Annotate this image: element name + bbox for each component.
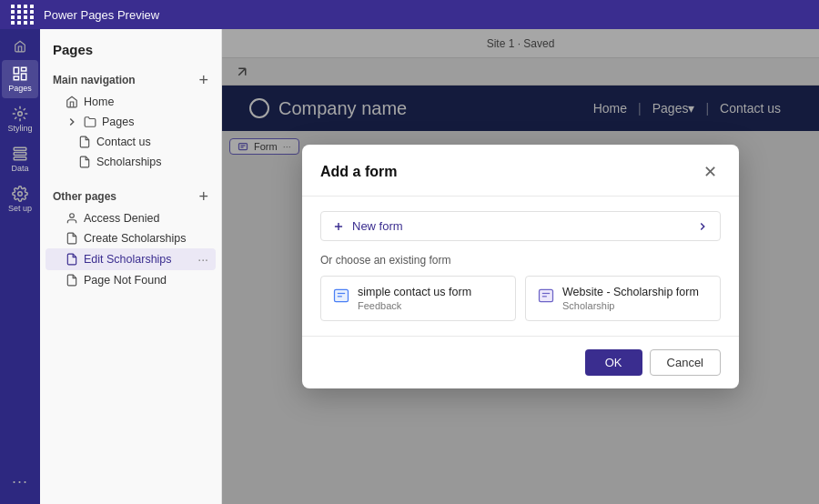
main-nav-section: Main navigation + bbox=[40, 65, 221, 92]
nav-page-not-found-label: Page Not Found bbox=[84, 274, 167, 287]
nav-item-more-icon[interactable]: ··· bbox=[197, 252, 208, 267]
nav-access-denied-label: Access Denied bbox=[84, 212, 159, 225]
sidebar-pages-label: Pages bbox=[8, 84, 32, 93]
modal-body: New form Or choose an existing form bbox=[302, 197, 739, 336]
home-nav-icon[interactable] bbox=[2, 35, 38, 58]
sidebar-setup-label: Set up bbox=[8, 204, 32, 213]
cancel-button[interactable]: Cancel bbox=[650, 349, 721, 376]
app-title: Power Pages Preview bbox=[44, 8, 159, 22]
svg-point-8 bbox=[18, 192, 23, 197]
form-card-icon-1 bbox=[537, 287, 555, 305]
nav-home-label: Home bbox=[84, 96, 114, 108]
main-nav-tree: Home Pages Contact us Scholarships bbox=[40, 92, 221, 172]
nav-contact-us[interactable]: Contact us bbox=[46, 132, 216, 152]
sidebar-styling-label: Styling bbox=[7, 124, 32, 133]
modal-close-button[interactable]: ✕ bbox=[699, 161, 721, 183]
main-nav-title: Main navigation bbox=[53, 74, 136, 86]
nav-create-scholarships[interactable]: Create Scholarships bbox=[46, 228, 216, 248]
other-nav-tree: Access Denied Create Scholarships Edit S… bbox=[40, 208, 221, 290]
nav-edit-scholarships[interactable]: Edit Scholarships ··· bbox=[46, 248, 216, 270]
nav-page-not-found[interactable]: Page Not Found bbox=[46, 270, 216, 290]
form-card-sub-0: Feedback bbox=[358, 300, 471, 311]
nav-create-scholarships-label: Create Scholarships bbox=[84, 232, 187, 245]
new-form-label: New form bbox=[352, 219, 403, 233]
form-card-icon-0 bbox=[332, 287, 350, 305]
form-card-sub-1: Scholarship bbox=[562, 300, 699, 311]
grid-icon[interactable] bbox=[11, 5, 35, 25]
modal-header: Add a form ✕ bbox=[302, 145, 739, 197]
svg-rect-15 bbox=[335, 289, 349, 301]
new-form-row-left: New form bbox=[332, 219, 403, 233]
other-nav-title: Other pages bbox=[53, 190, 116, 203]
svg-rect-0 bbox=[14, 67, 18, 74]
ok-button[interactable]: OK bbox=[585, 349, 642, 376]
sidebar-item-pages[interactable]: Pages bbox=[2, 60, 38, 98]
form-cards-grid: simple contact us form Feedback bbox=[320, 276, 721, 321]
new-form-chevron-icon bbox=[696, 220, 709, 233]
nav-contact-us-label: Contact us bbox=[96, 136, 151, 148]
sidebar-item-setup[interactable]: Set up bbox=[2, 180, 38, 218]
svg-rect-18 bbox=[540, 289, 553, 301]
nav-edit-scholarships-label: Edit Scholarships bbox=[84, 253, 172, 266]
svg-rect-2 bbox=[22, 74, 26, 80]
svg-point-4 bbox=[18, 112, 23, 116]
add-other-nav-btn[interactable]: + bbox=[198, 188, 208, 205]
modal-footer: OK Cancel bbox=[302, 336, 739, 388]
svg-rect-1 bbox=[22, 67, 26, 71]
form-card-name-1: Website - Scholarship form bbox=[562, 286, 699, 298]
pages-panel: Pages Main navigation + Home Pages Conta… bbox=[40, 29, 222, 504]
svg-rect-3 bbox=[14, 76, 18, 80]
add-form-modal: Add a form ✕ New form Or choose an exist… bbox=[302, 145, 739, 388]
nav-access-denied[interactable]: Access Denied bbox=[46, 208, 216, 228]
modal-overlay: Add a form ✕ New form Or choose an exist… bbox=[222, 29, 819, 504]
pages-panel-header: Pages bbox=[40, 29, 221, 65]
form-card-info-0: simple contact us form Feedback bbox=[358, 286, 471, 311]
nav-pages[interactable]: Pages bbox=[46, 112, 216, 132]
add-main-nav-btn[interactable]: + bbox=[198, 72, 208, 88]
nav-scholarships[interactable]: Scholarships bbox=[46, 152, 216, 172]
nav-pages-label: Pages bbox=[102, 116, 134, 128]
svg-rect-6 bbox=[14, 153, 26, 156]
nav-scholarships-label: Scholarships bbox=[96, 156, 162, 168]
icon-sidebar: Pages Styling Data Set up ··· bbox=[0, 29, 40, 504]
content-area: Site 1 · Saved Company name Home | Pages… bbox=[222, 29, 819, 504]
sidebar-item-more[interactable]: ··· bbox=[2, 467, 38, 497]
other-nav-section: Other pages + bbox=[40, 181, 221, 208]
sidebar-data-label: Data bbox=[11, 164, 28, 173]
sidebar-item-styling[interactable]: Styling bbox=[2, 100, 38, 138]
form-card-name-0: simple contact us form bbox=[358, 286, 471, 298]
form-card-0[interactable]: simple contact us form Feedback bbox=[320, 276, 516, 321]
svg-point-9 bbox=[70, 214, 75, 218]
nav-home[interactable]: Home bbox=[46, 92, 216, 112]
more-dots-icon: ··· bbox=[12, 472, 28, 491]
form-card-1[interactable]: Website - Scholarship form Scholarship bbox=[525, 276, 721, 321]
existing-forms-label: Or choose an existing form bbox=[320, 254, 721, 267]
svg-rect-5 bbox=[14, 147, 26, 150]
svg-rect-7 bbox=[14, 157, 26, 160]
sidebar-item-data[interactable]: Data bbox=[2, 140, 38, 178]
topbar: Power Pages Preview bbox=[0, 0, 819, 29]
modal-title: Add a form bbox=[320, 164, 397, 180]
form-card-info-1: Website - Scholarship form Scholarship bbox=[562, 286, 699, 311]
new-form-row[interactable]: New form bbox=[320, 211, 721, 241]
